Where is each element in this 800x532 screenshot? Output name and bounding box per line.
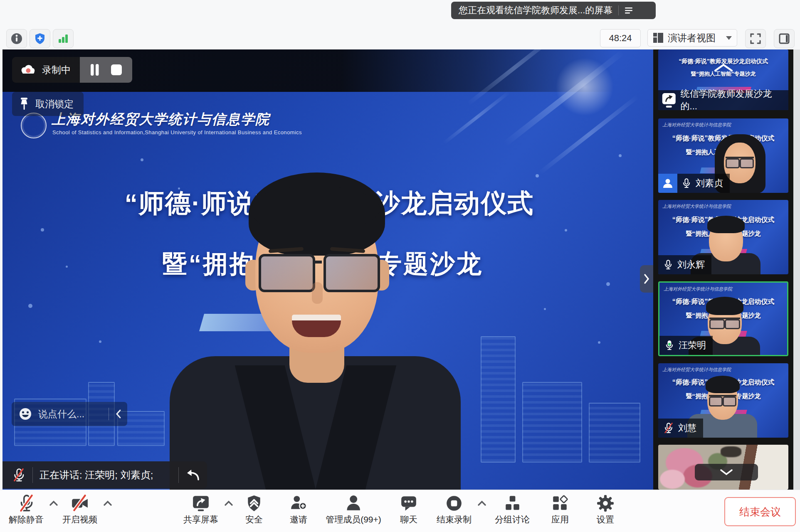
gear-icon <box>597 495 614 512</box>
start-video-button[interactable]: 开启视频 <box>62 495 97 525</box>
stop-recording-button[interactable]: 结束录制 <box>437 495 472 525</box>
person-icon <box>662 177 674 189</box>
invite-label: 邀请 <box>290 514 307 525</box>
invite-button[interactable]: 邀请 <box>290 495 307 525</box>
tile-participant-liuhui[interactable]: 上海对外经贸大学统计与信息学院 “师德·师说”教师发展沙龙启动仪式 暨“拥抱人工… <box>658 363 788 438</box>
active-speakers-text: 正在讲话: 汪荣明; 刘素贞; <box>40 468 153 482</box>
unpin-button[interactable]: 取消锁定 <box>12 92 84 116</box>
chevron-left-icon[interactable] <box>115 409 122 419</box>
stop-recording-label: 结束录制 <box>437 514 472 525</box>
decor-dot <box>565 229 567 232</box>
chat-button[interactable]: 聊天 <box>400 495 417 525</box>
sidebar-collapse-tab[interactable] <box>640 265 653 293</box>
tile-shared-screen[interactable]: “师德·师说”教师发展沙龙启动仪式 暨“拥抱人工智能”专题沙龙 统信学院教师发展… <box>658 49 788 110</box>
breakout-rooms-label: 分组讨论 <box>495 514 530 525</box>
breakout-rooms-button[interactable]: 分组讨论 <box>495 495 530 525</box>
breakout-squares-icon <box>504 495 521 512</box>
participant-hair <box>706 376 740 393</box>
view-mode-label: 演讲者视图 <box>668 32 716 44</box>
share-options-chevron[interactable] <box>224 500 233 506</box>
security-label: 安全 <box>245 514 263 525</box>
reply-arrow-button[interactable] <box>185 468 200 482</box>
security-button[interactable]: 安全 <box>245 495 263 525</box>
decor-dot <box>536 174 539 177</box>
bird-blob <box>721 446 741 457</box>
unmute-label: 解除静音 <box>9 514 44 525</box>
light-glow <box>556 58 614 116</box>
participant-name: 刘素贞 <box>696 177 723 190</box>
participant-glasses <box>709 395 736 405</box>
fullscreen-icon <box>750 33 761 44</box>
participant-hair <box>706 297 743 315</box>
decor-dot <box>619 154 622 157</box>
end-meeting-button[interactable]: 结束会议 <box>724 497 796 526</box>
university-seal-logo <box>21 113 47 138</box>
decor-dot <box>598 341 600 344</box>
speakbar-divider <box>178 467 179 483</box>
shared-screen-label: 统信学院教师发展沙龙的... <box>658 90 788 110</box>
skyline-building <box>522 382 582 463</box>
sidebar-scrollbar[interactable] <box>793 49 800 490</box>
video-options-chevron[interactable] <box>103 500 112 506</box>
participant-label: 汪荣明 <box>659 336 713 355</box>
decor-dot <box>41 228 44 232</box>
cloud-record-icon <box>20 64 36 76</box>
chat-quick-input[interactable]: 说点什么... <box>12 402 127 426</box>
settings-label: 设置 <box>597 514 614 525</box>
speaker-glasses-lens <box>323 254 380 292</box>
tile-participant-liusuzhen[interactable]: 上海对外经贸大学统计与信息学院 “师德·师说”教师发展沙龙启动仪式 暨“拥抱人工… <box>658 118 788 193</box>
screen-share-icon <box>662 92 677 108</box>
person-icon <box>345 495 362 512</box>
share-screen-button[interactable]: 共享屏幕 <box>183 495 218 525</box>
recording-status: 录制中 <box>12 57 80 83</box>
stop-recording-button[interactable] <box>111 64 122 76</box>
apps-button[interactable]: 应用 <box>551 495 569 525</box>
security-shield-button[interactable] <box>30 29 50 48</box>
fullscreen-button[interactable] <box>745 29 766 48</box>
tile-participant-liuyonghui[interactable]: 上海对外经贸大学统计与信息学院 “师德·师说”教师发展沙龙启动仪式 暨“拥抱人工… <box>658 200 788 274</box>
stop-record-icon <box>445 495 463 512</box>
menu-icon[interactable] <box>624 5 634 15</box>
decor-dot <box>28 304 32 308</box>
unmute-button[interactable]: 解除静音 <box>9 495 44 525</box>
screen-watch-notification: 您正在观看统信学院教师发展...的屏幕 <box>451 2 656 19</box>
mute-options-chevron[interactable] <box>49 500 58 506</box>
decor-dot <box>544 308 546 310</box>
mic-muted-icon <box>663 422 674 434</box>
security-shield-icon <box>245 495 263 512</box>
shared-screen-title: 统信学院教师发展沙龙的... <box>681 88 782 110</box>
view-mode-selector[interactable]: 演讲者视图 <box>647 29 737 47</box>
speaker-glasses-lens <box>259 254 315 292</box>
apps-grid-icon <box>551 495 569 512</box>
pause-recording-button[interactable] <box>90 64 100 76</box>
record-options-chevron[interactable] <box>477 500 486 506</box>
unpin-label: 取消锁定 <box>35 98 74 111</box>
scroll-down-button[interactable] <box>695 464 758 480</box>
emoji-icon[interactable] <box>18 407 32 421</box>
decor-dot <box>66 266 68 268</box>
settings-button[interactable]: 设置 <box>597 495 614 525</box>
camera-off-icon <box>71 495 89 512</box>
speaker-nose <box>312 282 323 304</box>
chat-divider <box>109 408 109 420</box>
notification-text: 您正在观看统信学院教师发展...的屏幕 <box>451 4 612 17</box>
signal-bars-icon <box>57 32 69 45</box>
network-quality-button[interactable] <box>53 29 74 48</box>
speakbar-divider <box>32 467 33 483</box>
chat-label: 聊天 <box>400 514 417 525</box>
scroll-up-chevron[interactable] <box>713 63 734 73</box>
active-speakers-bar: 正在讲话: 汪荣明; 刘素贞; <box>2 461 207 489</box>
tile-participant-partial[interactable] <box>658 445 788 490</box>
meeting-info-button[interactable] <box>6 29 27 48</box>
mic-speaking-icon <box>664 339 674 352</box>
shield-plus-icon <box>34 32 46 45</box>
flower-blob <box>660 470 685 489</box>
side-panel-toggle-button[interactable] <box>774 29 795 48</box>
mini-slide-logo: 上海对外经贸大学统计与信息学院 <box>662 203 731 209</box>
manage-members-button[interactable]: 管理成员(99+) <box>326 495 381 525</box>
tile-participant-wangrongming-active[interactable]: 上海对外经贸大学统计与信息学院 “师德·师说”教师发展沙龙启动仪式 暨“拥抱人工… <box>658 281 788 356</box>
skyline-building <box>481 336 516 463</box>
participant-glasses <box>709 318 740 328</box>
pin-icon <box>19 97 30 111</box>
main-video-stage[interactable]: 上海对外经贸大学统计与信息学院 School of Statistics and… <box>2 49 653 490</box>
